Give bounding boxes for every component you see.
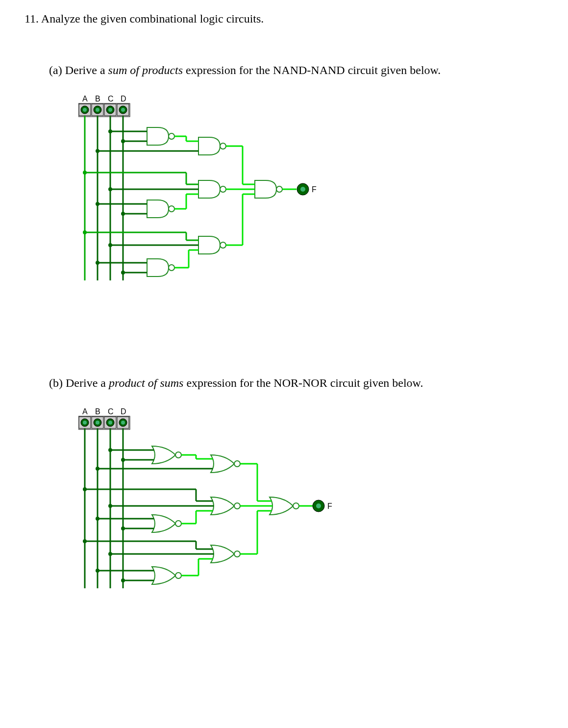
svg-point-27 <box>96 149 99 153</box>
svg-point-18 <box>121 212 125 216</box>
output-label-f-b: F <box>327 502 332 510</box>
svg-point-91 <box>108 552 112 556</box>
input-indicator-a <box>79 104 91 116</box>
part-a-prefix: Derive a <box>65 64 108 76</box>
input-label-a-b: A <box>82 407 88 416</box>
svg-point-66 <box>96 517 99 521</box>
input-indicator-c-b <box>104 417 116 428</box>
input-label-c-b: C <box>108 407 114 416</box>
input-indicator-c <box>104 104 116 116</box>
svg-point-29 <box>83 171 87 175</box>
part-a-suffix: expression for the NAND-NAND circuit giv… <box>183 64 441 76</box>
input-label-d-b: D <box>121 407 126 416</box>
svg-point-22 <box>121 271 125 275</box>
svg-point-13 <box>108 129 112 133</box>
question-number: 11. <box>25 12 39 25</box>
part-b-suffix: expression for the NOR-NOR circuit given… <box>183 377 423 389</box>
circuit-a-diagram: A B C D <box>78 94 543 293</box>
svg-point-38 <box>83 230 87 234</box>
svg-point-71 <box>121 578 125 582</box>
svg-point-67 <box>121 527 125 530</box>
part-b-prefix: Derive a <box>66 377 109 389</box>
svg-point-76 <box>96 467 99 471</box>
circuit-b-diagram: A B C D <box>78 407 543 596</box>
svg-point-87 <box>83 539 87 543</box>
part-a-italic: sum of products <box>108 64 183 76</box>
output-label-f: F <box>312 185 317 194</box>
svg-point-63 <box>121 458 125 462</box>
part-a-container: (a) Derive a sum of products expression … <box>49 64 543 293</box>
question-line: 11. Analyze the given combinational logi… <box>25 12 543 25</box>
input-label-d: D <box>121 95 126 103</box>
input-indicator-d-b <box>117 417 129 428</box>
input-indicator-b-b <box>92 417 103 428</box>
output-indicator-f-b <box>313 500 324 512</box>
input-label-c: C <box>108 95 114 103</box>
svg-point-82 <box>108 504 112 508</box>
part-b-label: (b) <box>49 377 63 389</box>
input-label-b: B <box>95 95 100 103</box>
input-indicator-a-b <box>79 417 91 428</box>
input-label-a: A <box>82 95 88 103</box>
svg-point-14 <box>121 139 125 143</box>
svg-point-21 <box>96 261 99 265</box>
svg-point-78 <box>83 487 87 491</box>
output-indicator-f <box>297 183 309 195</box>
part-b-container: (b) Derive a product of sums expression … <box>49 377 543 596</box>
part-b-italic: product of sums <box>109 377 183 389</box>
part-a-label: (a) <box>49 64 62 76</box>
input-indicator-b <box>92 104 103 116</box>
svg-point-70 <box>96 569 99 573</box>
svg-point-33 <box>108 187 112 191</box>
question-text: Analyze the given combinational logic ci… <box>41 12 264 25</box>
svg-point-42 <box>108 243 112 247</box>
svg-point-62 <box>108 448 112 452</box>
input-label-b-b: B <box>95 407 100 416</box>
input-indicator-d <box>117 104 129 116</box>
svg-point-17 <box>96 202 99 206</box>
